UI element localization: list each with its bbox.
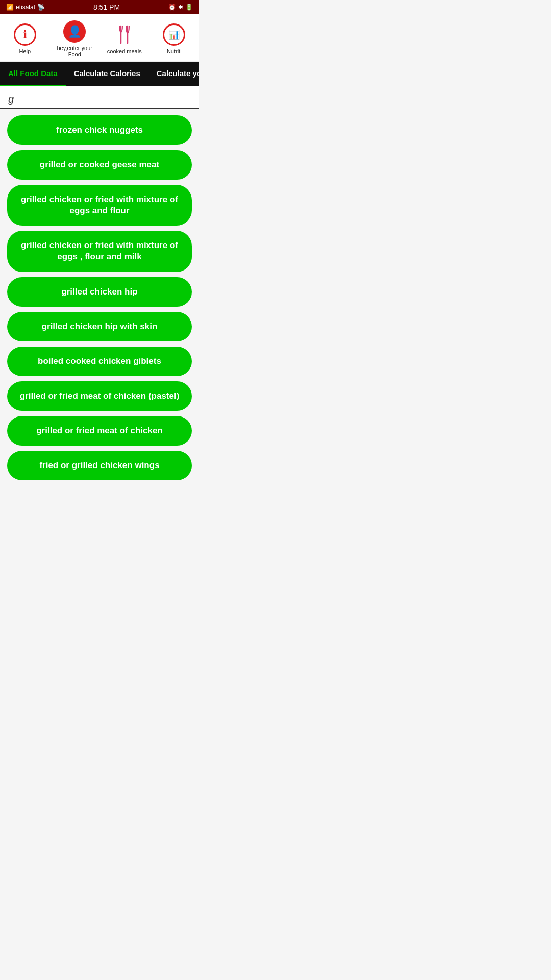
nav-help-label: Help <box>19 48 31 54</box>
status-carrier-signal: 📶 etisalat 📡 <box>6 4 45 11</box>
bluetooth-icon: ✱ <box>178 4 183 11</box>
nav-help[interactable]: ℹ Help <box>0 21 50 56</box>
tab-all-food[interactable]: All Food Data <box>0 62 66 86</box>
help-icon: ℹ <box>14 23 36 46</box>
nav-cooked-meals-label: cooked meals <box>107 48 142 54</box>
tab-calculate-water[interactable]: Calculate your Water <box>148 62 199 86</box>
nutrition-icon: 📊 <box>163 23 185 46</box>
status-icons: ⏰ ✱ 🔋 <box>168 4 193 11</box>
food-item-button[interactable]: grilled chicken hip with skin <box>7 312 192 341</box>
food-item-button[interactable]: frozen chick nuggets <box>7 115 192 145</box>
food-item-button[interactable]: grilled or fried meat of chicken <box>7 416 192 446</box>
search-bar[interactable] <box>0 86 199 109</box>
food-item-button[interactable]: grilled or cooked geese meat <box>7 150 192 180</box>
utensils-icon <box>113 23 136 46</box>
status-bar: 📶 etisalat 📡 8:51 PM ⏰ ✱ 🔋 <box>0 0 199 14</box>
alarm-icon: ⏰ <box>168 4 176 11</box>
status-time: 8:51 PM <box>93 3 120 11</box>
person-icon: 👤 <box>63 20 86 43</box>
top-navigation: ℹ Help 👤 hey,enter your Food cooked meal… <box>0 14 199 62</box>
food-list: frozen chick nuggetsgrilled or cooked ge… <box>0 109 199 486</box>
nav-enter-food-label: hey,enter your Food <box>51 45 99 57</box>
tab-calculate-calories[interactable]: Calculate Calories <box>66 62 148 86</box>
food-item-button[interactable]: grilled chicken or fried with mixture of… <box>7 231 192 272</box>
wifi-icon: 📡 <box>37 4 45 11</box>
carrier-name: etisalat <box>16 4 35 11</box>
nav-enter-food[interactable]: 👤 hey,enter your Food <box>50 18 100 59</box>
food-item-button[interactable]: grilled or fried meat of chicken (pastel… <box>7 381 192 411</box>
battery-icon: 🔋 <box>185 4 193 11</box>
search-input[interactable] <box>8 93 191 105</box>
signal-bars: 📶 <box>6 4 14 11</box>
food-item-button[interactable]: grilled chicken hip <box>7 277 192 307</box>
nav-nutrition-label: Nutriti <box>167 48 182 54</box>
food-item-button[interactable]: fried or grilled chicken wings <box>7 451 192 480</box>
food-item-button[interactable]: boiled cooked chicken giblets <box>7 347 192 376</box>
food-item-button[interactable]: grilled chicken or fried with mixture of… <box>7 185 192 226</box>
tabs-bar: All Food Data Calculate Calories Calcula… <box>0 62 199 86</box>
nav-cooked-meals[interactable]: cooked meals <box>99 21 149 56</box>
nav-nutrition[interactable]: 📊 Nutriti <box>149 21 199 56</box>
